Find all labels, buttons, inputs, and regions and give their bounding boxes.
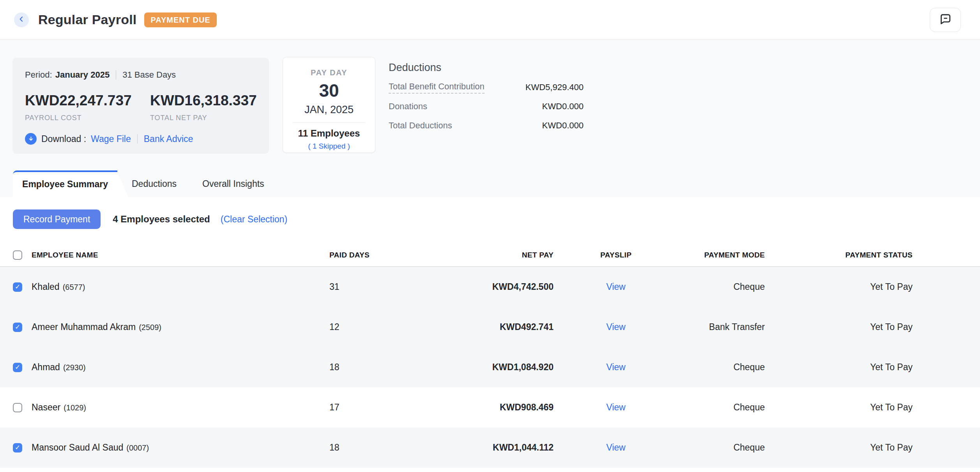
employee-name: Ameer Muhammad Akram xyxy=(32,322,136,332)
download-label: Download : xyxy=(41,134,86,144)
employee-id: (6577) xyxy=(63,283,85,291)
row-checkbox[interactable] xyxy=(13,323,22,332)
deduction-value: KWD0.000 xyxy=(542,121,584,131)
column-employee-name: EMPLOYEE NAME xyxy=(32,251,329,259)
employee-count: 11 Employees xyxy=(298,128,360,139)
employee-id: (2930) xyxy=(63,363,86,372)
payroll-overview-section: Period: January 2025 31 Base Days KWD22,… xyxy=(0,40,980,197)
status-badge: PAYMENT DUE xyxy=(144,12,216,27)
pay-day-label: PAY DAY xyxy=(311,68,347,77)
deduction-label: Total Deductions xyxy=(389,121,452,131)
select-all-checkbox[interactable] xyxy=(13,250,22,260)
column-payment-mode: PAYMENT MODE xyxy=(678,251,765,259)
pay-day-number: 30 xyxy=(319,80,339,101)
tab-employee-summary[interactable]: Employee Summary xyxy=(13,170,117,197)
payment-status: Yet To Pay xyxy=(765,322,913,332)
paid-days: 31 xyxy=(329,282,462,292)
paid-days: 18 xyxy=(329,442,462,453)
selection-count: 4 Employees selected xyxy=(113,214,210,225)
payment-mode: Cheque xyxy=(678,282,765,292)
employee-id: (2509) xyxy=(139,323,161,332)
net-pay: KWD1,084.920 xyxy=(462,362,554,373)
employee-name: Ahmad xyxy=(32,362,60,372)
employee-name: Khaled xyxy=(32,282,60,292)
payslip-view-link[interactable]: View xyxy=(606,402,625,412)
net-pay: KWD492.741 xyxy=(462,322,554,332)
deductions-title: Deductions xyxy=(389,62,584,74)
deduction-label[interactable]: Total Benefit Contribution xyxy=(389,82,485,94)
payment-mode: Cheque xyxy=(678,442,765,453)
column-paid-days: PAID DAYS xyxy=(329,251,462,259)
tab-overall-insights[interactable]: Overall Insights xyxy=(202,170,264,197)
net-pay: KWD1,044.112 xyxy=(462,442,554,453)
bulk-actions-bar: Record Payment 4 Employees selected (Cle… xyxy=(0,197,980,229)
record-payment-button[interactable]: Record Payment xyxy=(13,209,101,229)
net-pay: KWD4,742.500 xyxy=(462,282,554,292)
back-button[interactable] xyxy=(14,12,29,27)
skipped-employees-link[interactable]: ( 1 Skipped ) xyxy=(308,142,350,151)
table-row: Ameer Muhammad Akram(2509) 12 KWD492.741… xyxy=(0,307,980,347)
paid-days: 18 xyxy=(329,362,462,373)
divider xyxy=(293,122,365,122)
row-checkbox[interactable] xyxy=(13,443,22,452)
payment-status: Yet To Pay xyxy=(765,402,913,413)
employee-summary-panel: Record Payment 4 Employees selected (Cle… xyxy=(0,197,980,468)
row-checkbox[interactable] xyxy=(13,403,22,412)
deductions-summary: Deductions Total Benefit Contribution KW… xyxy=(389,62,584,131)
row-checkbox[interactable] xyxy=(13,282,22,292)
payment-mode: Cheque xyxy=(678,402,765,413)
employee-name: Naseer xyxy=(32,402,60,412)
paid-days: 12 xyxy=(329,322,462,332)
payment-status: Yet To Pay xyxy=(765,362,913,373)
deduction-value: KWD5,929.400 xyxy=(525,82,584,92)
payment-mode: Cheque xyxy=(678,362,765,373)
deduction-label: Donations xyxy=(389,101,427,112)
bank-advice-link[interactable]: Bank Advice xyxy=(144,134,193,144)
wage-file-link[interactable]: Wage File xyxy=(91,134,131,144)
deduction-row: Donations KWD0.000 xyxy=(389,101,584,112)
total-net-pay-value: KWD16,318.337 xyxy=(150,92,275,109)
table-row: Khaled(6577) 31 KWD4,742.500 View Cheque… xyxy=(0,267,980,307)
payroll-cost-label: PAYROLL COST xyxy=(25,114,150,122)
column-net-pay: NET PAY xyxy=(462,251,554,259)
period-summary-card: Period: January 2025 31 Base Days KWD22,… xyxy=(12,58,269,154)
deduction-row: Total Benefit Contribution KWD5,929.400 xyxy=(389,82,584,93)
base-days: 31 Base Days xyxy=(122,70,176,80)
comments-button[interactable] xyxy=(930,8,961,32)
clear-selection-link[interactable]: (Clear Selection) xyxy=(221,214,287,225)
period-label: Period: xyxy=(25,70,52,80)
paid-days: 17 xyxy=(329,402,462,413)
row-checkbox[interactable] xyxy=(13,363,22,372)
table-row: Ahmad(2930) 18 KWD1,084.920 View Cheque … xyxy=(0,347,980,387)
total-net-pay-label: TOTAL NET PAY xyxy=(150,114,275,122)
payment-status: Yet To Pay xyxy=(765,282,913,292)
payslip-view-link[interactable]: View xyxy=(606,322,625,332)
pay-day-month: JAN, 2025 xyxy=(304,104,354,116)
payslip-view-link[interactable]: View xyxy=(606,442,625,452)
column-payslip: PAYSLIP xyxy=(554,251,678,259)
tab-bar: Employee Summary Deductions Overall Insi… xyxy=(13,170,264,197)
employee-name: Mansoor Saud Al Saud xyxy=(32,442,123,452)
period-value: January 2025 xyxy=(55,70,110,80)
payroll-cost-value: KWD22,247.737 xyxy=(25,92,150,109)
deduction-row: Total Deductions KWD0.000 xyxy=(389,120,584,131)
column-payment-status: PAYMENT STATUS xyxy=(765,251,913,259)
divider xyxy=(137,134,138,144)
tab-deductions[interactable]: Deductions xyxy=(132,170,177,197)
deduction-value: KWD0.000 xyxy=(542,101,584,112)
divider xyxy=(116,70,116,80)
employee-id: (1029) xyxy=(64,403,86,412)
payslip-view-link[interactable]: View xyxy=(606,362,625,372)
table-header: EMPLOYEE NAME PAID DAYS NET PAY PAYSLIP … xyxy=(0,243,980,267)
table-row: Mansoor Saud Al Saud(0007) 18 KWD1,044.1… xyxy=(0,428,980,468)
payment-status: Yet To Pay xyxy=(765,442,913,453)
chevron-left-icon xyxy=(18,15,25,25)
employee-table-body: Khaled(6577) 31 KWD4,742.500 View Cheque… xyxy=(0,267,980,468)
page-header: Regular Payroll PAYMENT DUE xyxy=(0,0,980,40)
download-icon[interactable] xyxy=(25,133,37,145)
pay-day-card: PAY DAY 30 JAN, 2025 11 Employees ( 1 Sk… xyxy=(283,57,375,153)
comment-bubble-icon xyxy=(938,12,952,28)
net-pay: KWD908.469 xyxy=(462,402,554,413)
payslip-view-link[interactable]: View xyxy=(606,282,625,292)
employee-id: (0007) xyxy=(126,444,149,452)
